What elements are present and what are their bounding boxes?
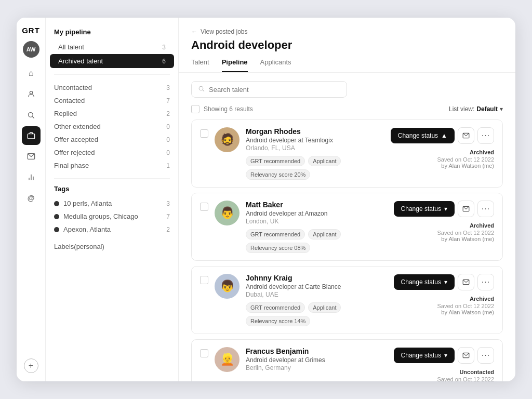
- user-avatar[interactable]: AW: [23, 41, 39, 58]
- svg-line-2: [32, 116, 34, 118]
- tab-pipeline[interactable]: Pipeline: [222, 58, 248, 72]
- sub-item-3[interactable]: Other extended0: [46, 120, 178, 133]
- archived-talent-count: 6: [162, 58, 166, 65]
- saved-by: by Alan Watson (me): [427, 309, 494, 315]
- briefcase-icon[interactable]: [22, 126, 41, 145]
- status-label: Archived: [427, 222, 494, 229]
- svg-point-0: [30, 91, 32, 94]
- list-view-value: Default: [476, 105, 498, 113]
- mail-button[interactable]: [458, 347, 474, 364]
- archived-talent-label: Archived talent: [58, 57, 103, 65]
- tag-count: 3: [166, 200, 170, 207]
- candidate-checkbox-0[interactable]: [200, 129, 208, 138]
- more-options-button[interactable]: ···: [477, 201, 494, 217]
- sub-item-2[interactable]: Replied2: [46, 107, 178, 120]
- home-icon[interactable]: ⌂: [22, 64, 41, 83]
- tag-badge: Relevancy score 14%: [246, 316, 310, 326]
- main-header: ← View posted jobs Android developer Tal…: [179, 18, 515, 73]
- icon-sidebar: GRT AW ⌂ @ +: [17, 18, 46, 381]
- tag-label: 10 perls, Atlanta: [63, 200, 112, 207]
- candidate-role: Android developer at Carte Blance: [246, 283, 388, 290]
- sub-item-6[interactable]: Final phase1: [46, 159, 178, 172]
- chevron-down-icon: ▾: [444, 278, 447, 286]
- candidate-avatar-1: 👨: [215, 201, 240, 225]
- change-status-button[interactable]: Change status ▲: [391, 128, 455, 143]
- tag-item-1[interactable]: Medulla groups, Chicago7: [54, 210, 170, 223]
- sidebar-item-all-talent[interactable]: All talent 3: [50, 40, 174, 54]
- search-icon[interactable]: [22, 105, 41, 124]
- search-box[interactable]: [191, 81, 347, 98]
- search-icon: [198, 85, 205, 94]
- candidate-name: Johnny Kraig: [246, 274, 388, 282]
- card-right-col-3: Change status ▾ ··· Uncontacted Saved on…: [394, 347, 494, 381]
- candidates-container: 🧔 Morgan Rhodes Android developer at Tea…: [191, 119, 503, 381]
- saved-by: by Alan Watson (me): [427, 236, 494, 242]
- sub-item-label: Other extended: [54, 123, 101, 130]
- svg-rect-3: [28, 134, 34, 139]
- sub-item-5[interactable]: Offer rejected0: [46, 146, 178, 159]
- card-tags: GRT recommendedApplicantRelevancy score …: [246, 302, 388, 326]
- tags-container: 10 perls, Atlanta3Medulla groups, Chicag…: [54, 197, 170, 236]
- candidate-location: Orlando, FL, USA: [246, 144, 384, 152]
- sub-item-count: 0: [166, 136, 170, 143]
- more-options-button[interactable]: ···: [477, 127, 494, 144]
- results-count: Showing 6 results: [191, 105, 253, 113]
- candidate-checkbox-2[interactable]: [200, 276, 208, 284]
- sub-item-0[interactable]: Uncontacted3: [46, 81, 178, 94]
- change-status-button[interactable]: Change status ▾: [394, 201, 455, 217]
- tag-item-0[interactable]: 10 perls, Atlanta3: [54, 197, 170, 210]
- back-link[interactable]: ← View posted jobs: [191, 28, 503, 35]
- candidate-checkbox-3[interactable]: [200, 349, 208, 357]
- sub-item-4[interactable]: Offer accepted0: [46, 133, 178, 146]
- tags-divider: [54, 178, 170, 179]
- candidate-role: Android developer at Amazon: [246, 210, 388, 217]
- tag-item-2[interactable]: Apexon, Atlanta2: [54, 223, 170, 236]
- tag-label: Apexon, Atlanta: [63, 225, 111, 233]
- candidate-checkbox-1[interactable]: [200, 203, 208, 211]
- mail-button[interactable]: [458, 274, 474, 290]
- user-icon[interactable]: [22, 85, 41, 103]
- card-right-col-2: Change status ▾ ··· Archived Saved on Oc…: [394, 274, 494, 315]
- tag-count: 2: [166, 226, 170, 233]
- tab-applicants[interactable]: Applicants: [260, 58, 291, 72]
- tags-section: Tags 10 perls, Atlanta3Medulla groups, C…: [46, 185, 178, 253]
- more-options-button[interactable]: ···: [477, 347, 494, 364]
- add-button[interactable]: +: [24, 358, 38, 373]
- search-input[interactable]: [209, 86, 340, 94]
- tag-label: Medulla groups, Chicago: [63, 212, 138, 220]
- tag-badge: Relevancy score 20%: [246, 169, 310, 180]
- results-count-label: Showing 6 results: [204, 105, 253, 113]
- sub-item-1[interactable]: Contacted7: [46, 94, 178, 107]
- sub-item-label: Replied: [54, 110, 77, 117]
- change-status-button[interactable]: Change status ▾: [394, 348, 455, 363]
- saved-date: Saved on Oct 12 2022: [427, 376, 494, 381]
- select-all-checkbox[interactable]: [191, 105, 200, 113]
- all-talent-count: 3: [162, 44, 166, 51]
- candidate-role: Android developer at Grimes: [246, 356, 388, 364]
- sidebar-item-archived-talent[interactable]: Archived talent 6: [50, 54, 174, 68]
- candidate-name: Francus Benjamin: [246, 347, 388, 355]
- labels-item[interactable]: Labels(personal): [54, 240, 170, 253]
- labels-title: Labels(personal): [54, 243, 104, 250]
- status-label: Archived: [427, 296, 494, 302]
- tag-badge: Applicant: [308, 302, 341, 313]
- more-options-button[interactable]: ···: [477, 274, 494, 290]
- mail-button[interactable]: [458, 127, 474, 144]
- change-status-button[interactable]: Change status ▾: [394, 274, 455, 290]
- candidate-role: Android developer at Teamlogix: [246, 137, 384, 144]
- mail-button[interactable]: [458, 201, 474, 217]
- chevron-down-icon: ▾: [444, 352, 447, 359]
- saved-date: Saved on Oct 12 2022: [427, 156, 494, 163]
- results-bar: Showing 6 results List view: Default ▾: [191, 105, 503, 113]
- chart-icon[interactable]: [22, 168, 41, 187]
- sub-item-count: 1: [166, 162, 170, 169]
- mail-icon[interactable]: [22, 147, 41, 166]
- sub-item-label: Final phase: [54, 162, 89, 169]
- list-view-selector[interactable]: List view: Default ▾: [449, 105, 503, 113]
- tab-talent[interactable]: Talent: [191, 58, 209, 72]
- candidate-name: Morgan Rhodes: [246, 127, 384, 136]
- main-content: ← View posted jobs Android developer Tal…: [179, 18, 515, 381]
- list-view-label: List view:: [449, 105, 474, 113]
- sub-item-count: 0: [166, 123, 170, 130]
- at-icon[interactable]: @: [22, 189, 41, 207]
